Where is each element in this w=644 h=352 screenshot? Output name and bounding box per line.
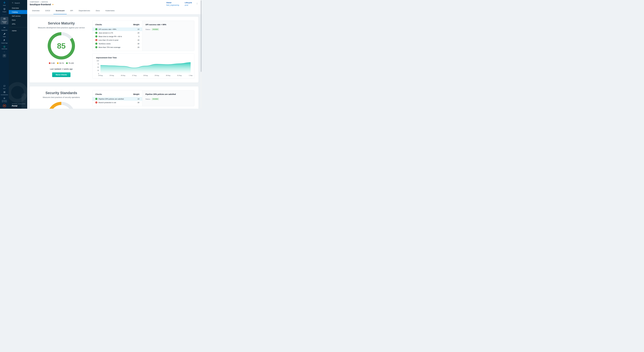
entity-header: COMPONENT — SERVICE boutique-frontend ★ … [27,0,202,7]
sidebar-item-catalog[interactable]: Catalog [9,10,27,14]
check-row[interactable]: Branch protection is set 30 [92,101,142,104]
check-label: Mean time to merge PR < 48 hr [98,35,137,37]
check-status-icon [95,39,97,41]
sidebar-item-self-service[interactable]: Self service [9,14,27,18]
tab-cicd[interactable]: CI/CD [43,7,52,14]
weight-header-label: Weight [133,23,139,26]
legend-item-low: 0-49 [49,62,54,64]
tab-api[interactable]: API [68,7,75,14]
chevron-down-icon[interactable] [4,51,5,53]
lifecycle-label: Lifecycle [185,2,192,3]
module-grid-button[interactable] [2,54,6,57]
check-row[interactable]: API success rate > 99% 10 [92,27,142,31]
sidebar-divider [9,27,27,27]
checks-table-header: Checks Weight [92,93,142,97]
gear-icon: ⚙ [4,97,5,99]
rail-item-projects[interactable]: Projects [0,8,8,12]
tab-scorecard[interactable]: Scorecard [54,7,67,14]
footer-eyebrow: INTERNAL DEVELOPER [12,103,25,104]
sidebar-item-apis[interactable]: APIs [9,22,27,26]
chart-x-axis: 24 Aug25 Aug26 Aug27 Aug28 Aug29 Aug30 A… [100,74,190,76]
checks-table: Checks Weight API success rate > 99% 10 … [92,21,142,51]
check-label: Less than 1% error in prod [98,39,136,41]
rerun-checks-button[interactable]: Rerun Checks [52,72,70,77]
legend-dot-green [66,62,68,64]
check-label: Java version is LTS [98,32,136,34]
grid-icon [4,55,5,57]
owner-label: Owner [166,2,179,3]
rail-item-builds[interactable]: Builds [0,33,8,37]
user-avatar[interactable]: HM [3,104,6,107]
check-row[interactable]: More than 70% test coverage 20 [92,45,142,49]
check-row[interactable]: Less than 1% error in prod 15 [92,38,142,42]
entity-kind: COMPONENT — SERVICE [30,1,54,3]
legend-item-high: 75-100 [66,62,74,64]
last-updated-text: Last Updated: 2 weeks ago [34,68,89,70]
entity-tabs: Overview CI/CD Scorecard API Dependencie… [27,7,202,14]
sidebar-item-docs[interactable]: Docs [9,18,27,22]
tab-dependencies[interactable]: Dependencies [76,7,92,14]
status-label: Status: [146,28,150,30]
check-status-icon [95,101,97,103]
tab-overview[interactable]: Overview [30,7,42,14]
owner-value-link[interactable]: field_engineering [166,4,179,6]
rail-item-developer-portal[interactable]: Developer Portal [0,17,8,24]
owner-meta: Owner field_engineering [166,2,179,6]
rail-item-label: HELP [3,88,6,89]
rail-item-account-settings[interactable]: ⚙ ACCOUNT SETTINGS [0,97,8,102]
check-status-icon [95,43,97,45]
sidebar-footer: INTERNAL DEVELOPER Portal [12,103,25,107]
checks-panel: Checks Weight API success rate > 99% 10 … [92,20,194,51]
decorative-ring [9,82,27,103]
dashboards-icon [3,91,6,94]
rail-item-cloud-costs[interactable]: $ Cloud Costs [0,46,8,49]
check-row[interactable]: TechDocs exists 30 [92,42,142,45]
check-status-icon [95,32,97,34]
check-detail-title: API success rate > 99% [146,23,191,26]
rail-item-dashboards[interactable]: DASHBOARDS [0,91,8,95]
tab-docs[interactable]: Docs [94,7,102,14]
sidebar-item-overview[interactable]: Overview [9,6,27,10]
search-placeholder: Search [14,2,20,4]
check-weight: 10 [138,28,139,30]
chart-title: Improvement Over Time [96,57,190,59]
tab-kubernetes[interactable]: Kubernetes [103,7,117,14]
scrollbar-track [200,0,202,108]
favorite-star-icon[interactable]: ★ [52,3,54,6]
status-badge: PASSED [152,98,159,100]
donut-hole: 85 [51,35,72,56]
score-donut: 85 [48,32,75,59]
module-sidebar: Search Overview Catalog Self service Doc… [9,0,27,109]
rail-item-label: ACCOUNT SETTINGS [1,100,8,102]
scorecard-subtitle: Measures development best practices agai… [34,27,89,29]
score-details: Checks Weight API success rate > 99% 10 … [92,20,194,79]
entity-header-left: COMPONENT — SERVICE boutique-frontend ★ [30,1,54,6]
search-input[interactable]: Search [9,0,27,6]
check-status-icon [95,28,97,30]
kebab-menu-icon[interactable] [196,2,198,5]
main-column: COMPONENT — SERVICE boutique-frontend ★ … [27,0,202,109]
sidebar-item-admin[interactable]: Admin [9,29,27,33]
check-detail-panel: Pipeline OPA policies are satisfied Stat… [142,90,194,106]
cloud-costs-dollar-icon: $ [3,46,6,48]
scrollbar-thumb[interactable] [201,0,202,72]
scorecard-security-standards: Security Standards Measures best practic… [29,86,198,109]
rail-item-home[interactable]: Home [0,1,8,6]
checks-table: Checks Weight Pipeline OPA policies are … [92,90,142,106]
rail-item-help[interactable]: HELP [0,85,8,89]
chart-plot [100,61,190,74]
status-label: Status: [146,98,150,100]
check-row[interactable]: Mean time to merge PR < 48 hr 5 [92,35,142,38]
rail-item-label: Home [3,5,6,6]
check-detail-panel: API success rate > 99% Status: PASSED [142,21,194,51]
rail-item-deployments[interactable]: Deployments [0,26,8,31]
score-summary: Security Standards Measures best practic… [34,90,89,109]
check-row[interactable]: Pipeline OPA policies are satisfied 10 [92,97,142,101]
left-nav-rail: Home Projects Developer Portal Deploymen… [0,0,9,109]
check-status-row: Status: PASSED [146,98,191,100]
check-weight: 5 [138,35,139,37]
check-label: TechDocs exists [98,43,136,45]
rail-item-feature-flags[interactable]: Feature Flags [0,39,8,44]
search-icon [12,2,14,4]
check-row[interactable]: Java version is LTS 20 [92,31,142,35]
